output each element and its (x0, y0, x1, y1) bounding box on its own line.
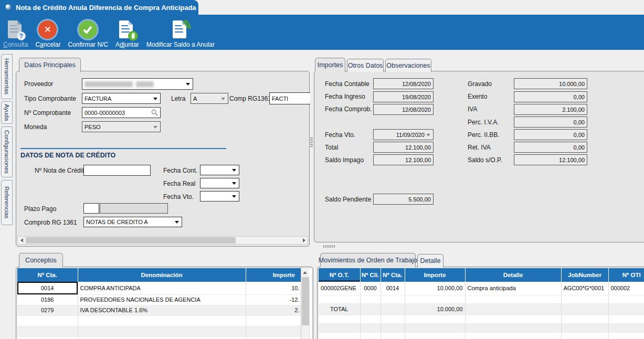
fecha-vto-field: 11/09/2020 (373, 129, 434, 140)
scroll-up-icon[interactable] (301, 269, 309, 276)
sidebar-tab-referencias[interactable]: Referencias (1, 180, 13, 225)
horizontal-splitter[interactable] (323, 245, 335, 248)
tab-conceptos[interactable]: Conceptos (19, 253, 63, 267)
ret-iva-label: Ret. IVA (468, 144, 491, 151)
tab-importes[interactable]: Importes (315, 58, 345, 72)
table-row[interactable] (17, 336, 309, 339)
selected-cell[interactable]: 0014 (17, 282, 78, 294)
conceptos-col-cta[interactable]: Nº Cta. (17, 268, 78, 282)
comp-rg1361-field[interactable]: FACTI (269, 92, 310, 104)
fecha-cont-label: Fecha Cont. (163, 167, 197, 174)
sidebar-tab-ayuda[interactable]: Ayuda (1, 101, 13, 124)
vertical-splitter[interactable] (310, 137, 313, 148)
scroll-right-icon[interactable] (300, 237, 308, 244)
mov-col-ot[interactable]: Nº O.T. (319, 268, 360, 282)
tab-observaciones[interactable]: Observaciones (385, 59, 431, 72)
mov-col-oti[interactable]: Nº OTI (608, 268, 644, 282)
tipo-comprobante-label: Tipo Comprobante (24, 95, 76, 102)
cancelar-button[interactable]: ✕ Cancelar (35, 19, 60, 48)
total-label: TOTAL (319, 303, 360, 315)
edit-pencil-icon: ✎ (170, 19, 192, 40)
letra-combobox[interactable]: A (191, 93, 228, 104)
vertical-scrollbar[interactable] (301, 268, 309, 339)
fecha-contable-label: Fecha Contable (325, 80, 369, 88)
plazo-pago-input[interactable] (83, 203, 99, 214)
saldo-pendiente-field: 5.500,00 (373, 194, 434, 205)
chevron-down-icon[interactable] (175, 221, 179, 224)
mov-col-cta[interactable]: Nº Cta. (381, 268, 405, 282)
moneda-combobox[interactable]: PESO (82, 121, 161, 132)
nro-comprobante-input[interactable]: 0000-00000003 (82, 107, 161, 118)
ret-iva-field: 0,00 (514, 142, 587, 153)
chevron-down-icon[interactable] (232, 169, 236, 172)
document-question-icon: ? (5, 19, 27, 40)
nro-nota-credito-label: Nº Nota de Crédito (35, 167, 87, 174)
chevron-down-icon (426, 134, 430, 136)
sidebar-tab-configuraciones[interactable]: Configuraciones (1, 126, 13, 177)
table-row[interactable] (17, 326, 309, 336)
exento-field: 0,00 (514, 91, 587, 102)
mov-col-importe[interactable]: Importe (405, 268, 465, 282)
fecha-real-combobox[interactable] (200, 178, 239, 188)
table-row[interactable] (319, 323, 644, 332)
table-row[interactable]: 0279 IVA DESCONTABLE 1.6% 2. (17, 305, 309, 315)
scrollbar-thumb[interactable] (26, 237, 236, 243)
comp-rg1361-label: Comp RG1361 (229, 95, 271, 102)
conceptos-col-denominacion[interactable]: Denominación (78, 268, 246, 282)
tipo-comprobante-combobox[interactable]: FACTURA (82, 93, 161, 104)
comprob-rg1361-combobox[interactable]: NOTAS DE CREDITO A (83, 217, 182, 227)
search-icon[interactable] (151, 109, 158, 116)
chevron-down-icon[interactable] (186, 83, 190, 86)
nota-credito-heading: DATOS DE NOTA DE CRÉDITO (20, 152, 115, 159)
scrollbar-thumb[interactable] (302, 277, 309, 325)
plazo-pago-desc-field (100, 203, 168, 214)
confirmar-nc-button[interactable]: Confirmar N/C (68, 19, 108, 48)
confirm-check-icon (77, 19, 99, 40)
saldo-impago-label: Saldo Impago (325, 156, 364, 164)
app-window: { "window": { "title": "Nota de Crédito … (0, 0, 644, 339)
gravado-field: 10.000,00 (514, 78, 587, 89)
mov-col-jobnumber[interactable]: JobNumber (561, 268, 608, 282)
table-row[interactable]: 0186 PROVEEDORES NACIONALES DE AGENCIA -… (17, 294, 309, 305)
tab-detalle[interactable]: Detalle (417, 254, 444, 267)
tab-datos-principales[interactable]: Datos Principales (19, 58, 81, 72)
adjuntar-button[interactable]: Adjuntar (115, 19, 139, 48)
table-row[interactable] (319, 315, 644, 323)
nro-nota-credito-input[interactable] (83, 165, 151, 176)
saldo-sop-field: 12.100,00 (514, 154, 587, 165)
chevron-down-icon (153, 126, 157, 129)
fecha-ingreso-label: Fecha Ingreso (325, 93, 365, 100)
tab-movimientos-ot[interactable]: Movimientos de Orden de Trabajo (320, 253, 416, 267)
window-title: Nota de Crédito Anula Diferencia de Comp… (16, 4, 196, 12)
proveedor-combobox[interactable] (82, 78, 193, 90)
chevron-down-icon (221, 98, 225, 100)
consulta-button[interactable]: ? Consulta (3, 19, 28, 48)
table-row[interactable] (319, 295, 644, 303)
total-row[interactable]: TOTAL 10.000,00 (319, 303, 644, 315)
attach-paperclip-icon (116, 19, 138, 40)
plazo-pago-label: Plazo Pago (24, 205, 56, 213)
horizontal-scrollbar[interactable] (17, 236, 308, 245)
conceptos-col-importe[interactable]: Importe (246, 268, 309, 282)
chevron-down-icon[interactable] (153, 98, 157, 100)
table-row[interactable]: 000002GENE 0000 0014 10.000,00 Compra an… (319, 282, 644, 295)
cancel-icon: ✕ (37, 19, 59, 40)
nro-comprobante-label: Nº Comprobante (24, 109, 71, 116)
modificar-saldo-button[interactable]: ✎ Modificar Saldo a Anular (146, 19, 215, 48)
exento-label: Exento (468, 93, 487, 100)
mov-col-detalle[interactable]: Detalle (465, 268, 561, 282)
scroll-left-icon[interactable] (18, 237, 25, 244)
perc-iibb-label: Perc. II.BB. (468, 131, 500, 139)
window-title-tab[interactable]: Nota de Crédito Anula Diferencia de Comp… (0, 0, 198, 15)
table-row[interactable] (319, 332, 644, 339)
chevron-down-icon[interactable] (232, 182, 236, 185)
mov-col-cli[interactable]: Nº Cli. (360, 268, 381, 282)
chevron-down-icon[interactable] (232, 195, 236, 198)
table-row[interactable] (17, 315, 309, 326)
fecha-cont-combobox[interactable] (200, 165, 239, 175)
table-row[interactable]: 0014 COMPRA ANTICIPADA 10. (17, 282, 309, 294)
tab-otros-datos[interactable]: Otros Datos (347, 59, 384, 72)
sidebar-tab-herramientas[interactable]: Herramientas (1, 54, 13, 99)
saldo-pendiente-label: Saldo Pendiente (325, 196, 371, 203)
fecha-vto-nc-combobox[interactable] (200, 191, 239, 202)
